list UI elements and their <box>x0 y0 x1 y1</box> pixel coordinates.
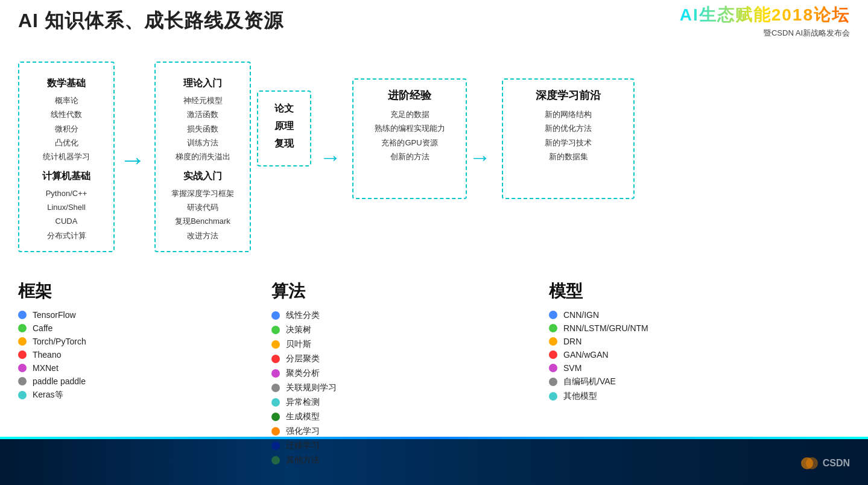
dot-icon <box>18 350 27 359</box>
item-label: 关联规则学习 <box>286 382 337 393</box>
main-content: 数学基础 概率论线性代数微积分凸优化统计机器学习 计算机基础 Python/C+… <box>0 42 868 437</box>
item-label: Theano <box>33 350 61 360</box>
list-item: paddle paddle <box>18 376 175 386</box>
list-item: SVM <box>549 363 742 373</box>
model-title: 模型 <box>549 280 742 303</box>
arrow-2 <box>320 145 350 169</box>
dot-icon <box>18 311 27 319</box>
framework-title: 框架 <box>18 280 175 303</box>
list-item: 其他方法 <box>271 455 428 466</box>
item-label: 其他模型 <box>563 391 597 402</box>
algorithm-list: 线性分类决策树贝叶斯分层聚类聚类分析关联规则学习异常检测生成模型强化学习迁移学习… <box>271 310 428 466</box>
dot-icon <box>18 377 27 385</box>
list-item: GAN/wGAN <box>549 350 742 360</box>
cs-title: 计算机基础 <box>30 170 103 183</box>
cs-items: Python/C++Linux/ShellCUDA分布式计算 <box>30 186 103 243</box>
logo-main-text: AI生态赋能2018论坛 <box>680 4 850 27</box>
item-label: DRN <box>563 337 581 346</box>
dot-icon <box>271 427 280 436</box>
logo-area: AI生态赋能2018论坛 暨CSDN AI新战略发布会 <box>680 4 850 39</box>
list-item: 分层聚类 <box>271 353 428 364</box>
item-label: paddle paddle <box>33 376 86 386</box>
model-list: CNN/IGNRNN/LSTM/GRU/NTMDRNGAN/wGANSVM自编码… <box>549 310 742 402</box>
item-label: 贝叶斯 <box>286 339 311 350</box>
dot-icon <box>271 340 280 349</box>
dot-icon <box>549 324 557 332</box>
list-item: TensorFlow <box>18 310 175 320</box>
dot-icon <box>271 369 280 378</box>
dot-icon <box>271 442 280 450</box>
arrow-3 <box>469 145 499 169</box>
dot-icon <box>271 326 280 334</box>
item-label: RNN/LSTM/GRU/NTM <box>563 323 648 333</box>
item-label: 强化学习 <box>286 426 320 437</box>
algorithm-title: 算法 <box>271 280 428 303</box>
list-item: 其他模型 <box>549 391 742 402</box>
dot-icon <box>549 350 557 359</box>
item-label: 线性分类 <box>286 310 320 321</box>
dot-icon <box>271 355 280 363</box>
item-label: 自编码机/VAE <box>563 376 616 387</box>
list-item: Keras等 <box>18 390 175 401</box>
item-label: 分层聚类 <box>286 353 320 364</box>
dot-icon <box>18 391 27 399</box>
math-title: 数学基础 <box>30 77 103 90</box>
list-item: MXNet <box>18 363 175 373</box>
arrow-1 <box>119 145 150 169</box>
list-item: 迁移学习 <box>271 440 428 451</box>
list-item: 异常检测 <box>271 397 428 408</box>
page-title: AI 知识体系、成长路线及资源 <box>18 8 284 34</box>
item-label: 决策树 <box>286 325 311 335</box>
item-label: TensorFlow <box>33 310 76 320</box>
list-item: Torch/PyTorch <box>18 337 175 346</box>
list-item: 贝叶斯 <box>271 339 428 350</box>
csdn-icon <box>800 454 819 473</box>
list-item: 线性分类 <box>271 310 428 321</box>
item-label: 其他方法 <box>286 455 320 466</box>
dot-icon <box>549 364 557 372</box>
paper-title: 论文原理复现 <box>269 100 299 152</box>
theory-box: 理论入门 神经元模型激活函数损失函数训练方法梯度的消失溢出 实战入门 掌握深度学… <box>154 62 251 253</box>
list-item: 关联规则学习 <box>271 382 428 393</box>
header: AI 知识体系、成长路线及资源 AI生态赋能2018论坛 暨CSDN AI新战略… <box>0 0 868 42</box>
dot-icon <box>549 392 557 401</box>
adv-box: 进阶经验 充足的数据熟练的编程实现能力充裕的GPU资源创新的方法 <box>352 78 467 199</box>
math-items: 概率论线性代数微积分凸优化统计机器学习 <box>30 94 103 164</box>
dot-icon <box>18 364 27 372</box>
adv-items: 充足的数据熟练的编程实现能力充裕的GPU资源创新的方法 <box>364 107 455 164</box>
list-item: CNN/IGN <box>549 310 742 320</box>
deep-title: 深度学习前沿 <box>514 88 622 103</box>
list-item: Caffe <box>18 323 175 333</box>
list-item: Theano <box>18 350 175 360</box>
theory-items: 神经元模型激活函数损失函数训练方法梯度的消失溢出 <box>166 94 239 164</box>
logo-sub-text: 暨CSDN AI新战略发布会 <box>764 28 850 39</box>
dot-icon <box>18 324 27 332</box>
framework-list: TensorFlowCaffeTorch/PyTorchTheanoMXNetp… <box>18 310 175 401</box>
deep-items: 新的网络结构新的优化方法新的学习技术新的数据集 <box>514 107 622 164</box>
practice-items: 掌握深度学习框架研读代码复现Benchmark改进方法 <box>166 186 239 243</box>
item-label: 生成模型 <box>286 411 320 422</box>
math-box: 数学基础 概率论线性代数微积分凸优化统计机器学习 计算机基础 Python/C+… <box>18 62 115 253</box>
dot-icon <box>271 413 280 421</box>
list-item: 聚类分析 <box>271 368 428 379</box>
item-label: 迁移学习 <box>286 440 320 451</box>
dot-icon <box>549 378 557 386</box>
list-item: DRN <box>549 337 742 346</box>
watermark: CSDN <box>800 454 850 473</box>
dot-icon <box>271 384 280 392</box>
dot-icon <box>271 398 280 407</box>
list-item: RNN/LSTM/GRU/NTM <box>549 323 742 333</box>
item-label: Keras等 <box>33 390 63 401</box>
practice-title: 实战入门 <box>166 170 239 183</box>
dot-icon <box>271 311 280 320</box>
list-item: 强化学习 <box>271 426 428 437</box>
watermark-text: CSDN <box>823 458 850 469</box>
adv-title: 进阶经验 <box>364 88 455 103</box>
item-label: Caffe <box>33 323 52 333</box>
item-label: 异常检测 <box>286 397 320 408</box>
theory-title: 理论入门 <box>166 77 239 90</box>
framework-column: 框架 TensorFlowCaffeTorch/PyTorchTheanoMXN… <box>18 280 175 469</box>
item-label: SVM <box>563 363 581 373</box>
dot-icon <box>271 456 280 464</box>
deep-box: 深度学习前沿 新的网络结构新的优化方法新的学习技术新的数据集 <box>502 78 635 199</box>
